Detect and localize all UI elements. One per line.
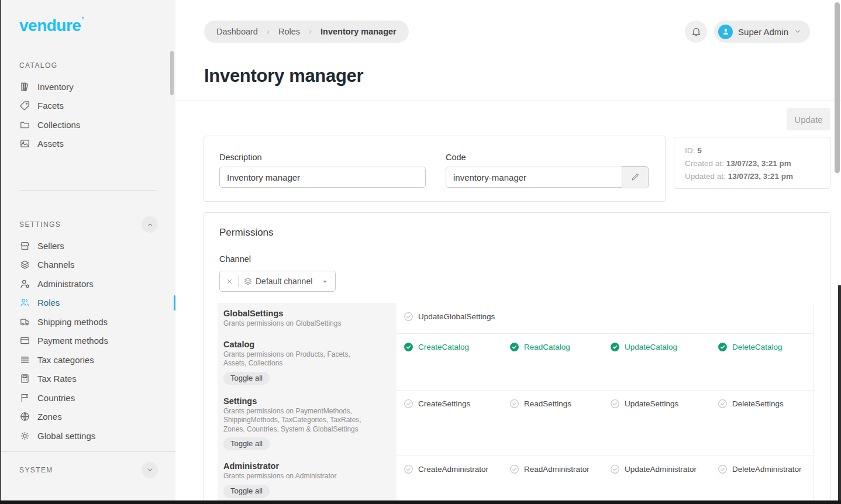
sidebar-item-countries[interactable]: Countries [0, 388, 175, 408]
breadcrumb: DashboardRolesInventory manager [204, 20, 409, 43]
breadcrumb-item-inventory-manager[interactable]: Inventory manager [320, 27, 397, 36]
gear-icon [19, 430, 30, 441]
check-circle-icon [403, 311, 414, 322]
permission-checkbox-createcatalog[interactable]: CreateCatalog [403, 341, 509, 353]
sidebar-item-assets[interactable]: Assets [0, 134, 175, 154]
sidebar-item-label: Facets [37, 101, 64, 110]
permission-label: UpdateAdministrator [625, 465, 697, 474]
remove-channel-button[interactable] [226, 278, 233, 285]
permission-label: DeleteAdministrator [732, 465, 802, 474]
sidebar-item-label: Global settings [37, 431, 95, 440]
channel-label: Channel [219, 254, 251, 264]
sidebar-nav: CATALOGInventoryFacetsCollectionsAssetsS… [0, 57, 175, 482]
chevron-up-icon [146, 220, 154, 229]
permission-checkbox-readcatalog[interactable]: ReadCatalog [509, 341, 609, 353]
permission-checkbox-deleteadministrator[interactable]: DeleteAdministrator [717, 463, 802, 475]
sidebar-item-label: Roles [37, 298, 60, 307]
entity-info-card: ID:5Created at:13/07/23, 3:21 pmUpdated … [674, 137, 830, 189]
user-menu[interactable]: Super Admin [714, 20, 810, 43]
meta-row: Created at:13/07/23, 3:21 pm [685, 157, 819, 170]
permission-group-name: Administrator [223, 461, 386, 471]
permissions-title: Permissions [219, 227, 274, 239]
code-input[interactable] [446, 167, 622, 188]
sidebar-item-facets[interactable]: Facets [0, 96, 175, 116]
permission-label: ReadSettings [524, 399, 571, 408]
section-collapse-button[interactable] [142, 216, 158, 233]
check-circle-icon [717, 464, 728, 475]
page-title: Inventory manager [204, 65, 363, 87]
permission-checkbox-readadministrator[interactable]: ReadAdministrator [509, 463, 609, 475]
pencil-icon [630, 172, 640, 182]
channel-icon [243, 277, 253, 286]
select-divider [238, 275, 239, 287]
permission-checkboxes: CreateCatalogReadCatalogUpdateCatalogDel… [397, 334, 814, 391]
window-edge-right [838, 285, 841, 504]
world-icon [19, 411, 30, 422]
description-input[interactable] [219, 167, 426, 188]
permission-checkbox-updateadministrator[interactable]: UpdateAdministrator [609, 463, 717, 475]
permission-group-info: SettingsGrants permissions on PaymentMet… [218, 391, 397, 456]
permission-label: ReadAdministrator [524, 465, 590, 474]
meta-value: 5 [697, 146, 702, 155]
permission-group-name: Settings [223, 396, 386, 406]
permission-checkbox-deletecatalog[interactable]: DeleteCatalog [717, 341, 796, 353]
sidebar-item-inventory[interactable]: Inventory [0, 77, 175, 96]
breadcrumb-item-dashboard[interactable]: Dashboard [216, 27, 258, 36]
sidebar-item-sellers[interactable]: Sellers [0, 236, 175, 256]
check-circle-icon [403, 398, 414, 409]
sidebar-item-label: Shipping methods [37, 317, 108, 326]
folder-icon [19, 119, 30, 130]
check-circle-icon [509, 398, 520, 409]
sidebar-item-collections[interactable]: Collections [0, 115, 175, 134]
permission-label: CreateAdministrator [418, 465, 488, 474]
sidebar-item-tax-rates[interactable]: Tax Rates [0, 370, 175, 389]
permission-group-row-globalsettings: GlobalSettingsGrants permissions on Glob… [204, 303, 830, 334]
permission-checkbox-deletesettings[interactable]: DeleteSettings [717, 398, 796, 410]
sidebar-item-administrators[interactable]: Administrators [0, 274, 175, 294]
permission-rows: GlobalSettingsGrants permissions on Glob… [204, 303, 830, 504]
description-label: Description [219, 153, 262, 162]
user-solid-icon [721, 27, 730, 36]
sidebar-item-tax-categories[interactable]: Tax categories [0, 350, 175, 370]
permission-checkbox-readsettings[interactable]: ReadSettings [509, 398, 609, 410]
vendure-logo[interactable]: vendureʼ [19, 15, 84, 35]
sidebar-item-payment-methods[interactable]: Payment methods [0, 332, 175, 351]
sidebar-item-roles[interactable]: Roles [0, 294, 175, 313]
permission-checkbox-updatesettings[interactable]: UpdateSettings [609, 398, 717, 410]
sidebar-item-zones[interactable]: Zones [0, 408, 175, 427]
toggle-all-button[interactable]: Toggle all [223, 485, 270, 498]
check-circle-icon [509, 341, 520, 353]
channel-select[interactable]: Default channel [219, 271, 336, 292]
store-icon [19, 240, 30, 251]
sidebar-item-label: Collections [37, 120, 80, 129]
tag-icon [19, 100, 30, 111]
permission-checkbox-updateglobalsettings[interactable]: UpdateGlobalSettings [403, 310, 509, 322]
sidebar-item-label: Assets [37, 139, 64, 148]
sidebar-item-label: Inventory [37, 82, 74, 91]
section-header-system: SYSTEM [0, 462, 175, 478]
check-circle-icon [403, 464, 414, 475]
role-detail-card: Description Code [204, 136, 666, 202]
sidebar-item-label: Sellers [37, 241, 64, 250]
sidebar-item-label: Tax categories [37, 355, 94, 364]
breadcrumb-item-roles[interactable]: Roles [278, 27, 300, 36]
sidebar-item-label: Countries [37, 393, 75, 402]
permission-checkboxes: CreateSettingsReadSettingsUpdateSettings… [397, 391, 814, 456]
window-scrollbar-thumb[interactable] [835, 2, 840, 173]
update-button[interactable]: Update [787, 108, 830, 130]
notifications-button[interactable] [685, 20, 707, 43]
user-cog-icon [19, 278, 30, 289]
sidebar-item-shipping-methods[interactable]: Shipping methods [0, 312, 175, 332]
permission-checkbox-createadministrator[interactable]: CreateAdministrator [403, 463, 509, 475]
permission-checkbox-createsettings[interactable]: CreateSettings [403, 398, 509, 410]
sidebar-item-channels[interactable]: Channels [0, 256, 175, 275]
sidebar-item-global-settings[interactable]: Global settings [0, 426, 175, 446]
sidebar-scrollbar-thumb[interactable] [170, 51, 174, 95]
toggle-all-button[interactable]: Toggle all [223, 437, 270, 450]
meta-label: ID: [685, 146, 695, 155]
permission-checkboxes: UpdateGlobalSettings [397, 303, 814, 334]
edit-code-button[interactable] [622, 166, 649, 188]
permission-checkbox-updatecatalog[interactable]: UpdateCatalog [609, 341, 717, 353]
toggle-all-button[interactable]: Toggle all [223, 372, 270, 385]
section-collapse-button[interactable] [142, 462, 158, 478]
